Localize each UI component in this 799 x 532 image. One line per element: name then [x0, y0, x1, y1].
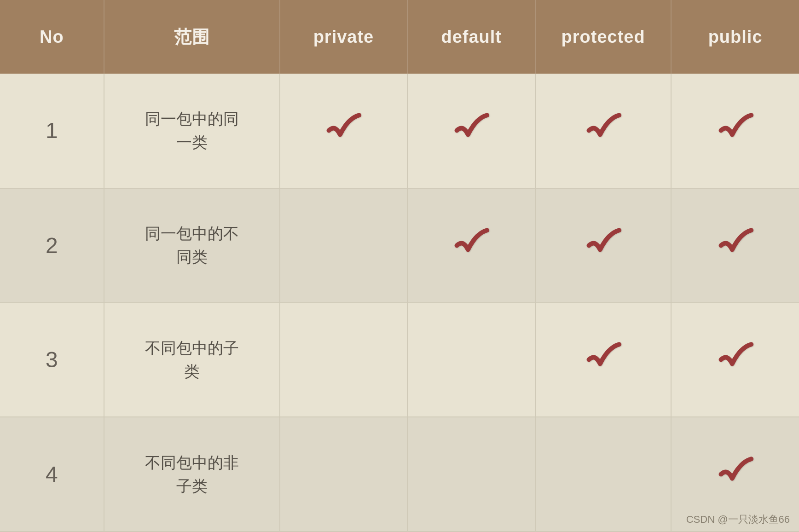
table-row: 3不同包中的子类: [0, 303, 799, 417]
row-number: 1: [0, 74, 104, 188]
row-range: 不同包中的子类: [104, 303, 280, 417]
row-protected: [535, 188, 671, 303]
row-default: [407, 417, 535, 532]
row-default: [407, 188, 535, 303]
row-range: 同一包中的不同类: [104, 188, 280, 303]
row-number: 4: [0, 417, 104, 532]
col-header-private: private: [280, 0, 408, 74]
row-public: [671, 74, 799, 188]
row-protected: [535, 303, 671, 417]
row-default: [407, 303, 535, 417]
col-header-default: default: [407, 0, 535, 74]
row-number: 3: [0, 303, 104, 417]
row-range: 不同包中的非子类: [104, 417, 280, 532]
row-public: [671, 188, 799, 303]
table-row: 2同一包中的不同类: [0, 188, 799, 303]
row-private: [280, 188, 408, 303]
row-protected: [535, 74, 671, 188]
col-header-protected: protected: [535, 0, 671, 74]
row-range: 同一包中的同一类: [104, 74, 280, 188]
row-number: 2: [0, 188, 104, 303]
watermark: CSDN @一只淡水鱼66: [686, 513, 790, 526]
table-row: 4不同包中的非子类: [0, 417, 799, 532]
row-private: [280, 417, 408, 532]
header-row: No 范围 private default protected public: [0, 0, 799, 74]
col-header-range: 范围: [104, 0, 280, 74]
row-private: [280, 303, 408, 417]
row-private: [280, 74, 408, 188]
row-protected: [535, 417, 671, 532]
row-public: [671, 303, 799, 417]
table-container: No 范围 private default protected public 1…: [0, 0, 799, 532]
access-modifier-table: No 范围 private default protected public 1…: [0, 0, 799, 532]
col-header-no: No: [0, 0, 104, 74]
col-header-public: public: [671, 0, 799, 74]
table-row: 1同一包中的同一类: [0, 74, 799, 188]
row-default: [407, 74, 535, 188]
